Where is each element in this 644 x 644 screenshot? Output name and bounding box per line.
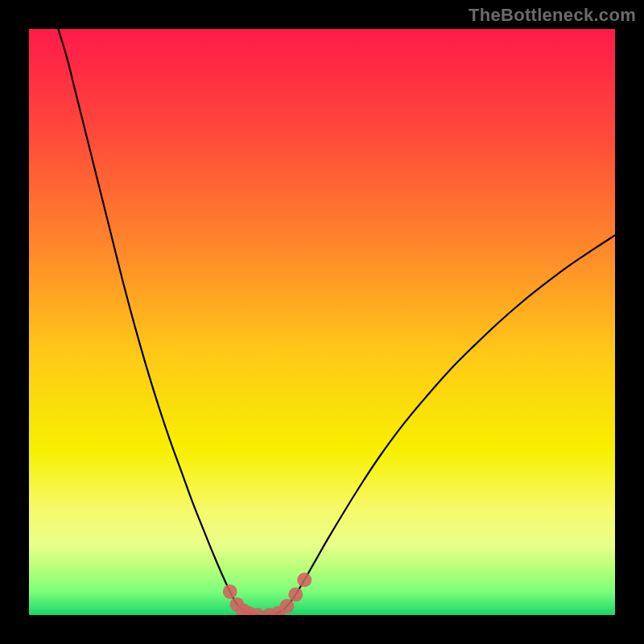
- bottleneck-chart: [29, 29, 615, 615]
- data-marker: [288, 588, 303, 602]
- data-marker: [223, 584, 237, 599]
- data-marker: [297, 572, 312, 587]
- data-marker: [279, 599, 294, 613]
- chart-frame: TheBottleneck.com: [0, 0, 644, 644]
- gradient-background: [29, 29, 615, 615]
- watermark-text: TheBottleneck.com: [469, 5, 636, 26]
